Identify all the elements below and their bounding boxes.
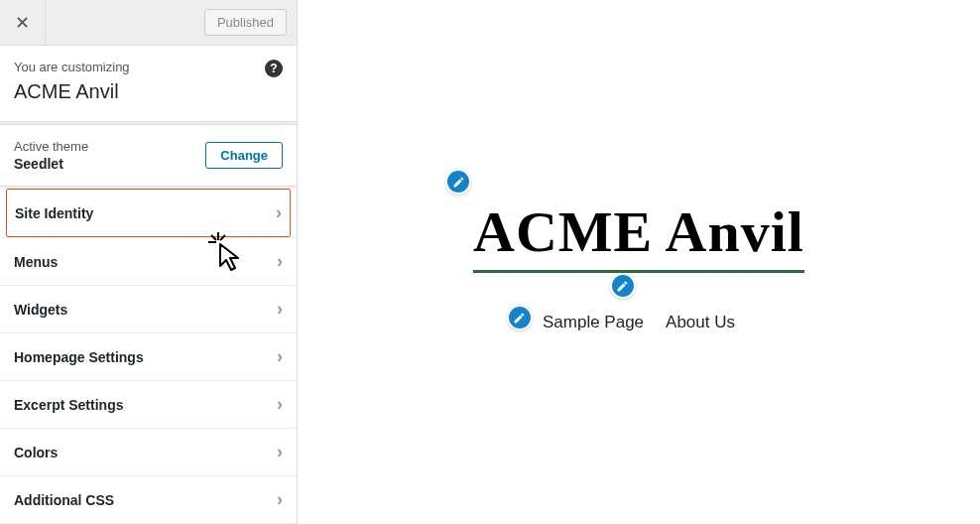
menu-item-label: Menus	[14, 254, 58, 270]
pencil-icon	[616, 280, 629, 293]
menu-item-homepage-settings[interactable]: Homepage Settings ›	[0, 332, 297, 380]
customize-label: You are customizing	[14, 60, 283, 74]
site-preview: ACME Anvil Sample Page About Us	[298, 0, 980, 524]
top-actions-bar: ✕ Published	[0, 0, 297, 46]
menu-item-label: Homepage Settings	[14, 349, 144, 365]
change-theme-button[interactable]: Change	[205, 142, 283, 169]
theme-section: Active theme Seedlet Change	[0, 125, 297, 187]
preview-site-title[interactable]: ACME Anvil	[473, 199, 804, 273]
edit-shortcut-title[interactable]	[445, 169, 471, 195]
chevron-right-icon: ›	[277, 299, 283, 320]
menu-item-label: Additional CSS	[14, 492, 114, 508]
active-theme-label: Active theme	[14, 139, 88, 154]
close-button[interactable]: ✕	[0, 0, 46, 46]
publish-button[interactable]: Published	[204, 9, 287, 36]
customize-header: You are customizing ACME Anvil ?	[0, 46, 297, 122]
menu-item-label: Excerpt Settings	[14, 397, 123, 413]
menu-item-site-identity[interactable]: Site Identity ›	[6, 189, 291, 237]
theme-labels: Active theme Seedlet	[14, 139, 88, 172]
close-icon: ✕	[15, 12, 30, 34]
edit-shortcut-nav[interactable]	[610, 273, 636, 299]
pencil-icon	[513, 312, 526, 325]
chevron-right-icon: ›	[277, 346, 283, 367]
menu-item-additional-css[interactable]: Additional CSS ›	[0, 475, 297, 524]
preview-title-wrap: ACME Anvil	[473, 198, 804, 265]
help-icon[interactable]: ?	[265, 60, 283, 77]
nav-link-about-us[interactable]: About Us	[666, 313, 735, 332]
chevron-right-icon: ›	[277, 251, 283, 272]
customizer-sidebar: ✕ Published You are customizing ACME Anv…	[0, 0, 298, 524]
menu-item-menus[interactable]: Menus ›	[0, 237, 297, 285]
menu-item-widgets[interactable]: Widgets ›	[0, 285, 297, 332]
menu-item-label: Widgets	[14, 302, 67, 318]
preview-nav: Sample Page About Us	[543, 313, 735, 332]
pencil-icon	[452, 176, 465, 189]
menu-item-label: Site Identity	[15, 205, 93, 221]
customizer-menu-list: Site Identity › Menus › Widgets › Homepa…	[0, 189, 297, 524]
edit-shortcut-nav-item[interactable]	[507, 305, 533, 330]
menu-item-colors[interactable]: Colors ›	[0, 428, 297, 475]
menu-item-label: Colors	[14, 445, 58, 460]
site-name: ACME Anvil	[14, 80, 283, 103]
chevron-right-icon: ›	[276, 202, 282, 223]
nav-link-sample-page[interactable]: Sample Page	[543, 313, 644, 332]
chevron-right-icon: ›	[277, 394, 283, 415]
active-theme-name: Seedlet	[14, 156, 88, 172]
menu-item-excerpt-settings[interactable]: Excerpt Settings ›	[0, 380, 297, 428]
chevron-right-icon: ›	[277, 489, 283, 510]
chevron-right-icon: ›	[277, 442, 283, 462]
